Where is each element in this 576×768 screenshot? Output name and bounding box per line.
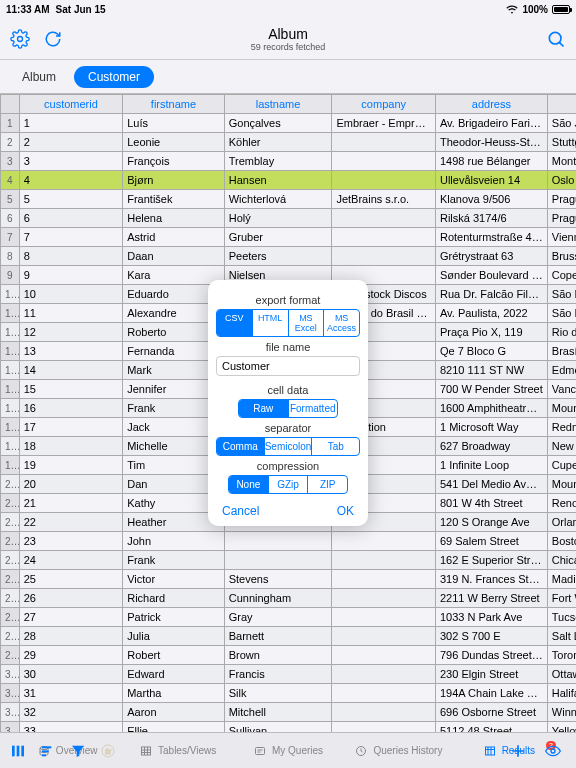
cell-company[interactable] [332, 551, 436, 570]
cell-lastname[interactable]: Silk [224, 684, 332, 703]
cell-city[interactable]: Vienne [547, 228, 576, 247]
cell-lastname[interactable] [224, 456, 332, 475]
cell-lastname[interactable]: Stevens [224, 570, 332, 589]
cell-lastname[interactable] [224, 380, 332, 399]
cell-firstname[interactable]: Edward [123, 665, 225, 684]
table-row[interactable]: 1414Mark8210 111 ST NWEdmonton [1, 361, 577, 380]
cell-address[interactable]: 627 Broadway [435, 437, 547, 456]
search-icon[interactable] [546, 29, 566, 49]
cell-customerid[interactable]: 17 [19, 418, 123, 437]
data-grid[interactable]: customerid firstname lastname company ad… [0, 94, 576, 732]
cell-company[interactable] [332, 342, 436, 361]
table-row[interactable]: 2020Dan541 Del Medio AvenueMountain V [1, 475, 577, 494]
cell-customerid[interactable]: 33 [19, 722, 123, 733]
cell-company[interactable] [332, 228, 436, 247]
cell-lastname[interactable]: Gray [224, 608, 332, 627]
cell-address[interactable]: 319 N. Frances Street [435, 570, 547, 589]
cell-customerid[interactable]: 7 [19, 228, 123, 247]
cell-address[interactable]: 162 E Superior Street [435, 551, 547, 570]
cell-firstname[interactable]: Tim [123, 456, 225, 475]
table-row[interactable]: 11LuísGonçalvesEmbraer - Empresa B...Av.… [1, 114, 577, 133]
cell-address[interactable]: Sønder Boulevard 51 [435, 266, 547, 285]
cell-firstname[interactable]: Julia [123, 627, 225, 646]
cell-customerid[interactable]: 3 [19, 152, 123, 171]
cell-lastname[interactable] [224, 494, 332, 513]
cell-address[interactable]: 1600 Amphitheatre P... [435, 399, 547, 418]
cell-lastname[interactable] [224, 437, 332, 456]
table-row[interactable]: 3030EdwardFrancis230 Elgin StreetOttawa [1, 665, 577, 684]
cell-lastname[interactable] [224, 418, 332, 437]
cell-address[interactable]: Praça Pio X, 119 [435, 323, 547, 342]
cell-address[interactable]: 302 S 700 E [435, 627, 547, 646]
cell-customerid[interactable]: 26 [19, 589, 123, 608]
cell-customerid[interactable]: 12 [19, 323, 123, 342]
cell-city[interactable]: Rio de Jane [547, 323, 576, 342]
cell-city[interactable]: São Paulo [547, 285, 576, 304]
cell-firstname[interactable]: John [123, 532, 225, 551]
cell-city[interactable]: Stuttgart [547, 133, 576, 152]
cell-address[interactable]: 1 Infinite Loop [435, 456, 547, 475]
cell-customerid[interactable]: 6 [19, 209, 123, 228]
cell-lastname[interactable] [224, 513, 332, 532]
columns-icon[interactable] [10, 743, 26, 759]
table-row[interactable]: 1717Jackorporation1 Microsoft WayRedmond [1, 418, 577, 437]
cell-company[interactable] [332, 608, 436, 627]
cell-firstname[interactable]: Michelle [123, 437, 225, 456]
eye-icon[interactable] [542, 743, 564, 759]
cell-lastname[interactable]: Köhler [224, 133, 332, 152]
cell-address[interactable]: 696 Osborne Street [435, 703, 547, 722]
cell-company[interactable] [332, 703, 436, 722]
cell-company[interactable]: Woodstock Discos [332, 285, 436, 304]
refresh-icon[interactable] [44, 30, 62, 48]
cell-firstname[interactable]: Richard [123, 589, 225, 608]
cell-customerid[interactable]: 8 [19, 247, 123, 266]
cell-address[interactable]: 194A Chain Lake Drive [435, 684, 547, 703]
tab-history[interactable]: Queries History [343, 745, 453, 757]
cell-customerid[interactable]: 2 [19, 133, 123, 152]
cell-city[interactable]: Cupertino [547, 456, 576, 475]
cell-firstname[interactable]: Martha [123, 684, 225, 703]
sort-icon[interactable] [40, 743, 56, 759]
table-row[interactable]: 77AstridGruberRotenturmstraße 4, 1...Vie… [1, 228, 577, 247]
cell-lastname[interactable]: Tremblay [224, 152, 332, 171]
cell-firstname[interactable]: Luís [123, 114, 225, 133]
cell-company[interactable] [332, 570, 436, 589]
col-customerid[interactable]: customerid [19, 95, 123, 114]
cell-city[interactable]: Halifax [547, 684, 576, 703]
table-row[interactable]: 88DaanPeetersGrétrystraat 63Brussels [1, 247, 577, 266]
cell-city[interactable]: Ottawa [547, 665, 576, 684]
cell-firstname[interactable]: František [123, 190, 225, 209]
cell-firstname[interactable]: Eduardo [123, 285, 225, 304]
table-row[interactable]: 1818Michelle627 BroadwayNew York [1, 437, 577, 456]
cell-customerid[interactable]: 5 [19, 190, 123, 209]
cell-lastname[interactable]: Holý [224, 209, 332, 228]
cell-address[interactable]: Ullevålsveien 14 [435, 171, 547, 190]
col-address[interactable]: address [435, 95, 547, 114]
cell-address[interactable]: 8210 111 ST NW [435, 361, 547, 380]
cell-address[interactable]: Grétrystraat 63 [435, 247, 547, 266]
cell-company[interactable]: ada [332, 380, 436, 399]
cell-city[interactable]: Orlando [547, 513, 576, 532]
cell-firstname[interactable]: Aaron [123, 703, 225, 722]
table-row[interactable]: 2828JuliaBarnett302 S 700 ESalt Lake C [1, 627, 577, 646]
cell-city[interactable]: Mountain V [547, 399, 576, 418]
cell-lastname[interactable]: Cunningham [224, 589, 332, 608]
cell-firstname[interactable]: Bjørn [123, 171, 225, 190]
cell-address[interactable]: Rilská 3174/6 [435, 209, 547, 228]
cell-company[interactable] [332, 437, 436, 456]
cell-firstname[interactable]: Victor [123, 570, 225, 589]
cell-lastname[interactable] [224, 323, 332, 342]
add-icon[interactable] [508, 741, 528, 761]
cell-customerid[interactable]: 18 [19, 437, 123, 456]
table-row[interactable]: 2626RichardCunningham2211 W Berry Street… [1, 589, 577, 608]
table-row[interactable]: 2424Frank162 E Superior StreetChicago [1, 551, 577, 570]
cell-city[interactable]: Copenhage [547, 266, 576, 285]
cell-firstname[interactable]: Helena [123, 209, 225, 228]
cell-firstname[interactable]: Leonie [123, 133, 225, 152]
cell-city[interactable]: Montréal [547, 152, 576, 171]
cell-company[interactable] [332, 494, 436, 513]
cell-lastname[interactable]: Francis [224, 665, 332, 684]
cell-customerid[interactable]: 28 [19, 627, 123, 646]
cell-lastname[interactable]: Nielsen [224, 266, 332, 285]
cell-firstname[interactable]: Patrick [123, 608, 225, 627]
